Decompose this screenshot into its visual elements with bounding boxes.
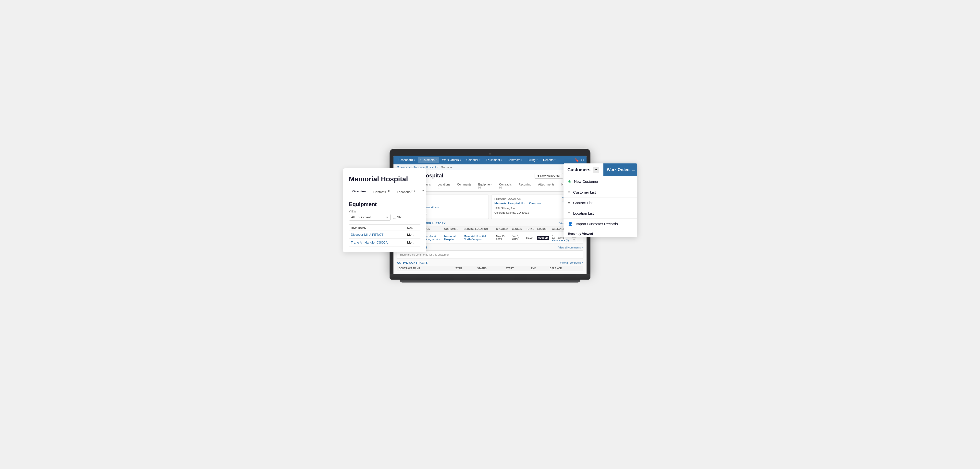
show-checkbox[interactable]	[393, 216, 396, 219]
tab-locations[interactable]: Locations (1)	[434, 181, 453, 192]
nav-dashboard-label: Dashboard	[398, 158, 413, 162]
left-card: Memorial Hospital Overview Contacts (1) …	[343, 169, 426, 253]
nav-dashboard[interactable]: Dashboard ▾	[396, 157, 417, 163]
left-tab-c[interactable]: C	[418, 188, 427, 196]
contract-col-balance: BALANCE	[548, 266, 583, 271]
nav-reports[interactable]: Reports ▾	[541, 157, 558, 163]
wo-col-created: CREATED	[495, 226, 511, 232]
menu-item-customer-list[interactable]: ≡ Customer List	[563, 187, 637, 197]
tab-equipment[interactable]: Equipment (2)	[475, 181, 495, 192]
table-row: Trane Air Handler CSCCA Me...	[349, 238, 420, 246]
menu-item-location-list-label: Location List	[573, 211, 593, 215]
breadcrumb-sep-2: /	[438, 165, 439, 169]
nav-customers-label: Customers	[420, 158, 434, 162]
equip-loc-1: Me...	[405, 231, 420, 238]
wo-status: CLOSED	[536, 232, 551, 243]
workorders-ellipsis: ...	[632, 168, 635, 172]
location-address2: Colorado Springs, CO 80919	[495, 211, 529, 214]
view-all-contracts[interactable]: View all contracts >	[560, 261, 583, 264]
menu-item-location-list[interactable]: ≡ Location List	[563, 208, 637, 219]
wo-col-customer: CUSTOMER	[443, 226, 462, 232]
select-row: All Equipment Active Equipment Inactive …	[349, 214, 420, 221]
menu-item-new-customer[interactable]: ⊕ New Customer	[563, 176, 637, 187]
col-item-name: ITEM NAME	[349, 225, 405, 231]
customers-header: Customers ▾	[563, 164, 603, 176]
app-navbar: Dashboard ▾ Customers ▾ Work Orders ▾	[393, 156, 587, 164]
equipment-link-1[interactable]: Discover MI. A PET/CT	[351, 233, 383, 237]
customers-caret-button[interactable]: ▾	[593, 167, 599, 173]
no-comments-text: There are no comments for this customer.	[399, 253, 450, 256]
list-icon-2: ≡	[568, 200, 570, 205]
tab-comments[interactable]: Comments	[454, 181, 474, 192]
list-icon-1: ≡	[568, 190, 570, 194]
contracts-table: CONTRACT NAME TYPE STATUS START END BALA…	[397, 266, 583, 271]
nav-billing-label: Billing	[528, 158, 536, 162]
contract-col-name: CONTRACT NAME	[397, 266, 454, 271]
nav-calendar-label: Calendar	[466, 158, 479, 162]
nav-items: Dashboard ▾ Customers ▾ Work Orders ▾	[396, 157, 558, 163]
tabs-row: Overview Contacts (1) Locations (1) C	[349, 188, 420, 196]
table-row: Discover MI. A PET/CT Me...	[349, 231, 420, 238]
wo-created: May 15, 2019	[495, 232, 511, 243]
tab-attachments[interactable]: Attachments	[535, 181, 558, 192]
menu-item-new-customer-label: New Customer	[574, 180, 598, 184]
show-more-link[interactable]: show more (1)	[552, 239, 569, 242]
nav-reports-label: Reports	[543, 158, 554, 162]
view-all-comments[interactable]: View all comments >	[558, 246, 583, 249]
equipment-select[interactable]: All Equipment Active Equipment Inactive …	[349, 214, 391, 221]
contract-col-end: END	[530, 266, 548, 271]
wo-col-total: TOTAL	[525, 226, 535, 232]
import-icon: 👤	[568, 221, 573, 226]
nav-dashboard-arrow: ▾	[414, 159, 415, 161]
wo-location-link[interactable]: Memorial Hospital North Campus	[464, 235, 486, 241]
wo-action-menu-btn[interactable]: ≡	[572, 238, 576, 242]
contracts-section-title: ACTIVE CONTRACTS	[397, 261, 428, 264]
nav-right: 🔖 ⚙	[575, 158, 584, 162]
workorders-header[interactable]: Work Orders ...	[603, 164, 637, 176]
contract-col-start: START	[504, 266, 530, 271]
contract-col-status: STATUS	[476, 266, 504, 271]
recently-viewed-label: Recently Viewed	[563, 229, 637, 237]
nav-customers[interactable]: Customers ▾	[418, 157, 439, 163]
menu-item-import-label: Import Customer Records	[576, 222, 618, 226]
wo-col-location: SERVICE LOCATION	[462, 226, 495, 232]
show-checkbox-label: Sho	[393, 216, 402, 219]
contract-col-type: TYPE	[454, 266, 476, 271]
col-loc: LOC	[405, 225, 420, 231]
contracts-section-header: ACTIVE CONTRACTS View all contracts >	[397, 261, 583, 264]
new-work-order-button[interactable]: ✱ New Work Order	[535, 173, 563, 179]
tab-recurring[interactable]: Recurring	[515, 181, 535, 192]
left-tab-contacts[interactable]: Contacts (1)	[370, 188, 393, 196]
menu-item-contact-list-label: Contact List	[573, 201, 592, 205]
wo-customer-link[interactable]: Memorial Hospital	[444, 235, 455, 241]
wo-col-closed: CLOSED	[510, 226, 525, 232]
equip-loc-2: Me...	[405, 238, 420, 246]
wo-closed: Jun 6, 2019	[510, 232, 525, 243]
right-card-header: Customers ▾ Work Orders ...	[563, 164, 637, 176]
location-address1: 1234 Shining Ave	[495, 207, 515, 210]
nav-billing[interactable]: Billing ▾	[525, 157, 540, 163]
list-icon-3: ≡	[568, 211, 570, 215]
menu-item-contact-list[interactable]: ≡ Contact List	[563, 197, 637, 208]
equipment-section-label: Equipment	[349, 201, 420, 208]
left-tab-locations[interactable]: Locations (1)	[393, 188, 418, 196]
tab-contracts[interactable]: Contracts (1)	[496, 181, 515, 192]
laptop-base	[390, 274, 590, 280]
left-tab-overview[interactable]: Overview	[349, 188, 370, 196]
nav-equipment-arrow: ▾	[501, 159, 502, 161]
nav-contracts[interactable]: Contracts ▾	[505, 157, 525, 163]
equipment-link-2[interactable]: Trane Air Handler CSCCA	[351, 241, 388, 244]
nav-workorders-arrow: ▾	[460, 159, 461, 161]
nav-workorders[interactable]: Work Orders ▾	[440, 157, 463, 163]
menu-item-import-records[interactable]: 👤 Import Customer Records	[563, 219, 637, 229]
show-checkbox-text: Sho	[397, 216, 402, 219]
gear-icon[interactable]: ⚙	[581, 158, 584, 162]
nav-calendar-arrow: ▾	[479, 159, 480, 161]
nav-calendar[interactable]: Calendar ▾	[464, 157, 483, 163]
plus-circle-icon: ⊕	[568, 179, 571, 184]
laptop-camera	[489, 153, 491, 154]
bookmark-icon[interactable]: 🔖	[575, 158, 579, 162]
menu-item-customer-list-label: Customer List	[573, 190, 596, 194]
scene: Memorial Hospital Overview Contacts (1) …	[343, 149, 637, 320]
nav-equipment[interactable]: Equipment ▾	[484, 157, 504, 163]
